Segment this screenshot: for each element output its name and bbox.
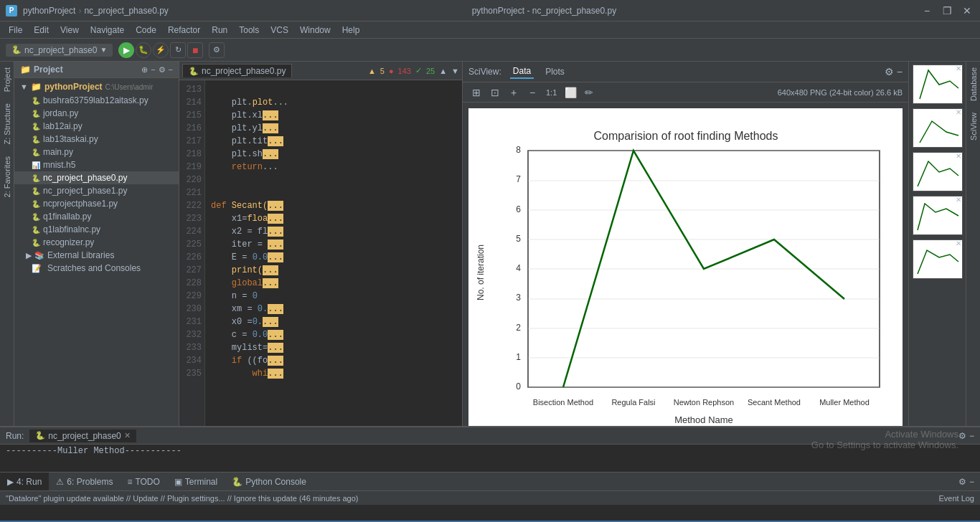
run-config-selector[interactable]: 🐍 nc_project_phase0 ▼	[6, 44, 113, 57]
thumb-close-3[interactable]: ✕	[956, 152, 961, 160]
file-item-jordan[interactable]: 🐍 jordan.py	[14, 107, 179, 120]
sciview-tab-data[interactable]: Data	[510, 65, 534, 79]
code-line-215: plt.xl...	[211, 109, 456, 122]
actual-size-btn[interactable]: ⬜	[562, 85, 578, 100]
file-item-ncprojectphase1[interactable]: 🐍 ncprojectphase1.py	[14, 197, 179, 210]
run-tab-run-icon: ▶	[7, 477, 14, 487]
run-button[interactable]: ▶	[118, 42, 134, 58]
run-minimize-icon[interactable]: −	[969, 431, 974, 441]
menu-file[interactable]: File	[3, 24, 28, 37]
project-minimize-icon[interactable]: −	[169, 65, 173, 74]
menu-edit[interactable]: Edit	[28, 24, 55, 37]
settings-button[interactable]: ⚙	[209, 42, 225, 58]
sciview-settings-icon[interactable]: ⚙	[885, 66, 894, 77]
coverage-button[interactable]: ⚡	[153, 42, 169, 58]
nav-down-icon[interactable]: ▼	[451, 67, 459, 75]
code-content[interactable]: plt.plot... plt.xl... plt.yl... plt.tit.…	[205, 80, 462, 430]
menu-tools[interactable]: Tools	[233, 24, 265, 37]
run-tab-terminal-icon: ▣	[174, 477, 182, 487]
x-axis-label: Method Name	[674, 414, 733, 425]
console-minimize-icon[interactable]: −	[969, 477, 974, 487]
run-tab-run[interactable]: ▶ 4: Run	[0, 473, 49, 490]
run-file-tab[interactable]: 🐍 nc_project_phase0 ✕	[29, 430, 136, 442]
favorites-tab-strip[interactable]: 2: Favorites	[1, 151, 14, 203]
project-collapse-icon[interactable]: −	[151, 65, 155, 74]
zoom-fit-btn[interactable]: ⊞	[468, 85, 484, 100]
event-log-btn[interactable]: Event Log	[938, 494, 974, 503]
thumb-close-5[interactable]: ✕	[956, 239, 961, 247]
file-item-recognizer[interactable]: 🐍 recognizer.py	[14, 236, 179, 249]
code-line-223: x1=floa...	[211, 212, 456, 225]
close-button[interactable]: ✕	[960, 4, 974, 18]
color-picker-btn[interactable]: ✏	[581, 85, 597, 100]
sciview-toolbar: ⊞ ⊡ + − 1:1 ⬜ ✏ 640x480 PNG (24-bit colo…	[463, 82, 908, 103]
minimize-button[interactable]: −	[920, 4, 934, 18]
run-tab-todo[interactable]: ≡ TODO	[120, 473, 166, 490]
project-expand-icon[interactable]: ⊕	[141, 65, 148, 75]
thumbnail-3[interactable]: ✕	[913, 152, 963, 191]
editor-file-tab[interactable]: 🐍 nc_project_phase0.py	[182, 64, 292, 77]
console-controls: ⚙ −	[958, 477, 980, 487]
sciview-tab-plots[interactable]: Plots	[542, 65, 567, 78]
thumb-close-1[interactable]: ✕	[956, 65, 961, 72]
menu-code[interactable]: Code	[130, 24, 162, 37]
sciview-tab-strip[interactable]: SciView	[967, 107, 980, 146]
zoom-in-btn[interactable]: +	[506, 85, 522, 100]
file-item-lab13taskai[interactable]: 🐍 lab13taskai.py	[14, 133, 179, 146]
run-tab-problems[interactable]: ⚠ 6: Problems	[49, 473, 120, 490]
thumbnail-4[interactable]: ✕	[913, 196, 963, 235]
run-file-name: nc_project_phase0	[48, 431, 121, 441]
file-item-nc-phase1[interactable]: 🐍 nc_project_phase1.py	[14, 184, 179, 197]
file-item-q1labfinalnc[interactable]: 🐍 q1labfinalnc.py	[14, 223, 179, 236]
file-item-nc-phase0[interactable]: 🐍 nc_project_phase0.py	[14, 171, 179, 184]
menu-window[interactable]: Window	[294, 24, 336, 37]
thumbnail-5[interactable]: ✕	[913, 239, 963, 279]
menu-refactor[interactable]: Refactor	[162, 24, 206, 37]
structure-tab-strip[interactable]: Z: Structure	[1, 98, 14, 150]
thumbnail-1[interactable]: ✕	[913, 65, 963, 104]
menu-vcs[interactable]: VCS	[265, 24, 294, 37]
run-tab-close-icon[interactable]: ✕	[124, 431, 131, 440]
zoom-actual-btn[interactable]: ⊡	[487, 85, 503, 100]
database-tab-strip[interactable]: Database	[967, 62, 980, 107]
file-item-main[interactable]: 🐍 main.py	[14, 146, 179, 158]
external-libraries-section[interactable]: ▶ 📚 External Libraries	[14, 249, 179, 262]
file-item-q1finallab[interactable]: 🐍 q1finallab.py	[14, 210, 179, 223]
py-file-icon: 🐍	[32, 148, 40, 156]
maximize-button[interactable]: ❐	[940, 4, 954, 18]
zoom-out-btn[interactable]: −	[524, 85, 540, 100]
menu-view[interactable]: View	[55, 24, 85, 37]
project-tab-strip[interactable]: Project	[1, 62, 14, 98]
thumb-close-4[interactable]: ✕	[956, 196, 961, 204]
console-settings-icon[interactable]: ⚙	[958, 477, 966, 487]
code-editor: 🐍 nc_project_phase0.py ▲ 5 ● 143 ✓ 25 ▲ …	[179, 62, 463, 442]
notification-bar: "Datalore" plugin update available // Up…	[0, 490, 980, 505]
menu-help[interactable]: Help	[336, 24, 366, 37]
project-name: pythonProject	[23, 6, 75, 16]
run-tab-python-console[interactable]: 🐍 Python Console	[225, 473, 314, 490]
notification-text[interactable]: "Datalore" plugin update available // Up…	[6, 494, 359, 503]
profile-button[interactable]: ↻	[170, 42, 186, 58]
thumbnail-2[interactable]: ✕	[913, 108, 963, 148]
project-root[interactable]: ▼ 📁 pythonProject C:\Users\admir	[14, 80, 179, 94]
project-settings-icon[interactable]: ⚙	[159, 65, 166, 75]
menu-run[interactable]: Run	[206, 24, 233, 37]
root-path: C:\Users\admir	[105, 83, 154, 91]
sciview-label: SciView:	[468, 67, 501, 77]
nav-up-icon[interactable]: ▲	[439, 67, 447, 75]
editor-warnings-area: ▲ 5 ● 143 ✓ 25 ▲ ▼	[368, 66, 459, 75]
file-item-bushra[interactable]: 🐍 bushra63759lab12aitask.py	[14, 94, 179, 107]
thumb-close-2[interactable]: ✕	[956, 108, 961, 116]
menu-bar: File Edit View Navigate Code Refactor Ru…	[0, 22, 980, 39]
file-item-lab12ai[interactable]: 🐍 lab12ai.py	[14, 120, 179, 133]
run-settings-icon[interactable]: ⚙	[958, 431, 966, 441]
code-line-235: whi...	[211, 367, 456, 380]
run-tab-terminal[interactable]: ▣ Terminal	[167, 473, 225, 490]
x-label-bisection: Bisection Method	[532, 398, 593, 407]
debug-button[interactable]: 🐛	[136, 42, 151, 58]
menu-navigate[interactable]: Navigate	[85, 24, 130, 37]
sciview-close-icon[interactable]: −	[897, 66, 903, 77]
file-item-mnist[interactable]: 📊 mnist.h5	[14, 158, 179, 171]
scratches-and-consoles-item[interactable]: 📝 Scratches and Consoles	[14, 262, 179, 275]
stop-button[interactable]: ■	[187, 42, 203, 58]
